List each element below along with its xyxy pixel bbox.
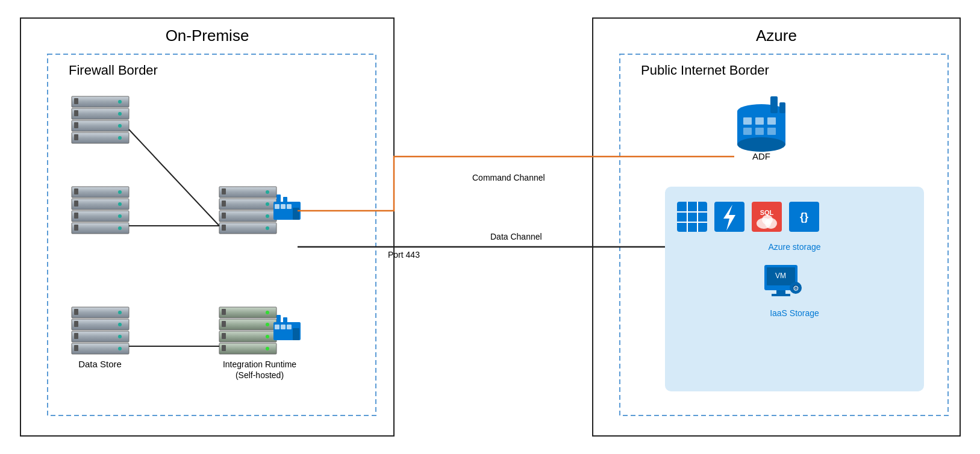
server-stack-3 <box>72 307 129 354</box>
data-channel-label: Data Channel <box>490 232 542 241</box>
svg-rect-4 <box>74 110 78 116</box>
svg-rect-31 <box>74 333 78 339</box>
svg-rect-72 <box>276 315 281 323</box>
svg-rect-103 <box>772 294 790 296</box>
svg-text:VM: VM <box>775 272 786 280</box>
svg-rect-51 <box>287 204 292 209</box>
port-443-label: Port 443 <box>388 250 420 260</box>
ir-label-2: (Self-hosted) <box>235 370 283 380</box>
svg-rect-62 <box>222 333 226 339</box>
svg-rect-13 <box>74 188 78 194</box>
ir-server-bottom <box>219 307 276 354</box>
ir-factory-icon-top <box>273 194 301 220</box>
svg-rect-37 <box>222 188 226 194</box>
svg-rect-7 <box>74 122 78 128</box>
svg-rect-79 <box>767 117 776 125</box>
server-stack-1 <box>72 96 129 143</box>
svg-point-20 <box>118 214 122 218</box>
diagram-container: On-Premise Firewall Border Azure Public … <box>0 0 980 454</box>
svg-rect-73 <box>283 317 287 323</box>
svg-point-32 <box>118 335 122 338</box>
svg-point-63 <box>266 335 269 338</box>
svg-rect-28 <box>74 321 78 327</box>
svg-point-76 <box>737 137 785 152</box>
svg-rect-46 <box>222 225 226 231</box>
data-store-label: Data Store <box>78 359 122 369</box>
azure-title: Azure <box>756 26 797 45</box>
svg-point-5 <box>118 112 122 116</box>
svg-rect-81 <box>755 128 764 135</box>
svg-rect-43 <box>222 213 226 219</box>
svg-point-26 <box>118 311 122 314</box>
json-icon: {} <box>789 202 819 232</box>
public-border-title: Public Internet Border <box>641 63 769 78</box>
svg-rect-16 <box>74 201 78 207</box>
svg-rect-70 <box>287 325 292 329</box>
svg-rect-50 <box>281 204 286 209</box>
command-channel-label: Command Channel <box>472 173 545 182</box>
azure-storage-label: Azure storage <box>768 242 820 252</box>
svg-rect-1 <box>74 98 78 104</box>
svg-point-38 <box>266 190 269 194</box>
svg-rect-77 <box>743 117 752 125</box>
ir-label-1: Integration Runtime <box>222 359 296 369</box>
svg-point-47 <box>266 226 269 230</box>
svg-rect-53 <box>276 194 281 203</box>
svg-rect-34 <box>74 345 78 351</box>
svg-point-17 <box>118 202 122 206</box>
svg-point-44 <box>266 214 269 218</box>
ir-server-top <box>219 187 276 234</box>
svg-point-60 <box>266 323 269 326</box>
svg-point-14 <box>118 190 122 194</box>
ir-factory-icon-bottom <box>273 315 301 340</box>
svg-rect-82 <box>767 128 776 135</box>
svg-rect-10 <box>74 134 78 140</box>
lightning-icon <box>714 202 744 232</box>
svg-point-2 <box>118 100 122 104</box>
svg-point-96 <box>762 215 773 225</box>
svg-rect-102 <box>776 290 785 294</box>
svg-text:⚙: ⚙ <box>792 284 799 293</box>
svg-text:{}: {} <box>799 211 808 223</box>
sql-icon: SQL <box>752 202 782 232</box>
svg-point-66 <box>266 347 269 350</box>
svg-rect-54 <box>283 197 287 203</box>
svg-rect-84 <box>779 102 785 113</box>
firewall-border-title: Firewall Border <box>69 63 158 78</box>
svg-rect-56 <box>222 309 226 315</box>
full-diagram: On-Premise Firewall Border Azure Public … <box>14 12 966 442</box>
iaas-storage-label: IaaS Storage <box>770 308 819 318</box>
svg-rect-78 <box>755 117 764 125</box>
svg-rect-71 <box>293 328 299 340</box>
grid-icon <box>677 202 707 232</box>
svg-rect-40 <box>222 201 226 207</box>
svg-rect-69 <box>281 325 286 329</box>
svg-rect-85 <box>677 202 707 232</box>
svg-point-35 <box>118 347 122 350</box>
svg-point-29 <box>118 323 122 326</box>
adf-label: ADF <box>752 151 770 161</box>
svg-point-41 <box>266 202 269 206</box>
svg-rect-83 <box>770 96 778 113</box>
svg-point-57 <box>266 311 269 314</box>
svg-rect-52 <box>293 208 299 220</box>
on-premise-title: On-Premise <box>165 26 249 45</box>
svg-rect-22 <box>74 225 78 231</box>
svg-rect-65 <box>222 345 226 351</box>
diagram-svg: On-Premise Firewall Border Azure Public … <box>14 12 966 442</box>
svg-point-11 <box>118 136 122 140</box>
svg-point-23 <box>118 226 122 230</box>
svg-rect-68 <box>275 325 279 329</box>
server-stack-2 <box>72 187 129 234</box>
svg-rect-19 <box>74 213 78 219</box>
svg-rect-49 <box>275 204 279 209</box>
svg-point-8 <box>118 124 122 128</box>
conn-line-1 <box>129 129 219 226</box>
svg-rect-25 <box>74 309 78 315</box>
svg-rect-59 <box>222 321 226 327</box>
svg-rect-80 <box>743 128 752 135</box>
adf-icon <box>737 96 785 152</box>
